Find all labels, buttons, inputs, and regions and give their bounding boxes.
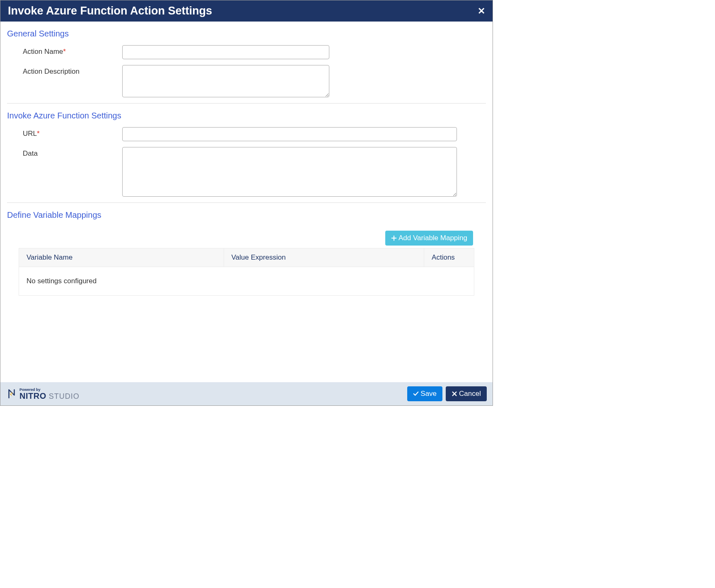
brand: Powered by NITRO STUDIO: [6, 388, 80, 400]
x-icon: [452, 391, 457, 397]
empty-message: No settings configured: [19, 267, 474, 296]
divider: [7, 202, 486, 203]
cancel-label: Cancel: [459, 390, 481, 398]
url-input[interactable]: [122, 127, 457, 141]
brand-logo-icon: [6, 388, 17, 399]
action-description-label: Action Description: [23, 65, 122, 76]
url-label: URL*: [23, 127, 122, 138]
section-title-invoke: Invoke Azure Function Settings: [7, 111, 486, 120]
svg-marker-0: [10, 392, 13, 396]
mappings-table-wrap: Variable Name Value Expression Actions N…: [7, 248, 486, 296]
add-mapping-row: Add Variable Mapping: [7, 231, 486, 246]
brand-name: NITRO STUDIO: [19, 392, 80, 400]
table-row-empty: No settings configured: [19, 267, 474, 296]
cancel-button[interactable]: Cancel: [446, 386, 487, 401]
required-marker: *: [63, 48, 66, 55]
dialog-body: General Settings Action Name* Action Des…: [0, 22, 493, 382]
form-row-action-description: Action Description: [7, 65, 486, 97]
form-row-action-name: Action Name*: [7, 45, 486, 59]
section-title-general: General Settings: [7, 29, 486, 39]
dialog-title: Invoke Azure Function Action Settings: [8, 5, 212, 17]
brand-text: Powered by NITRO STUDIO: [19, 388, 80, 400]
add-variable-mapping-label: Add Variable Mapping: [399, 234, 467, 242]
col-variable-name: Variable Name: [19, 248, 224, 267]
section-title-mappings: Define Variable Mappings: [7, 210, 486, 220]
save-button[interactable]: Save: [407, 386, 442, 401]
divider: [7, 103, 486, 104]
required-marker: *: [37, 130, 40, 137]
data-label: Data: [23, 147, 122, 158]
save-label: Save: [420, 390, 437, 398]
form-row-url: URL*: [7, 127, 486, 141]
form-row-data: Data: [7, 147, 486, 197]
footer-buttons: Save Cancel: [407, 386, 487, 401]
dialog-header: Invoke Azure Function Action Settings ✕: [0, 0, 493, 22]
mappings-table: Variable Name Value Expression Actions N…: [19, 248, 474, 296]
col-actions: Actions: [424, 248, 474, 267]
add-variable-mapping-button[interactable]: Add Variable Mapping: [385, 231, 473, 246]
dialog: Invoke Azure Function Action Settings ✕ …: [0, 0, 493, 406]
data-input[interactable]: [122, 147, 457, 197]
col-value-expression: Value Expression: [224, 248, 424, 267]
action-name-input[interactable]: [122, 45, 329, 59]
check-icon: [413, 391, 419, 397]
plus-icon: [391, 235, 397, 241]
action-name-label: Action Name*: [23, 45, 122, 56]
dialog-footer: Powered by NITRO STUDIO Save Cancel: [0, 382, 493, 405]
close-icon[interactable]: ✕: [478, 7, 485, 16]
action-description-input[interactable]: [122, 65, 329, 97]
